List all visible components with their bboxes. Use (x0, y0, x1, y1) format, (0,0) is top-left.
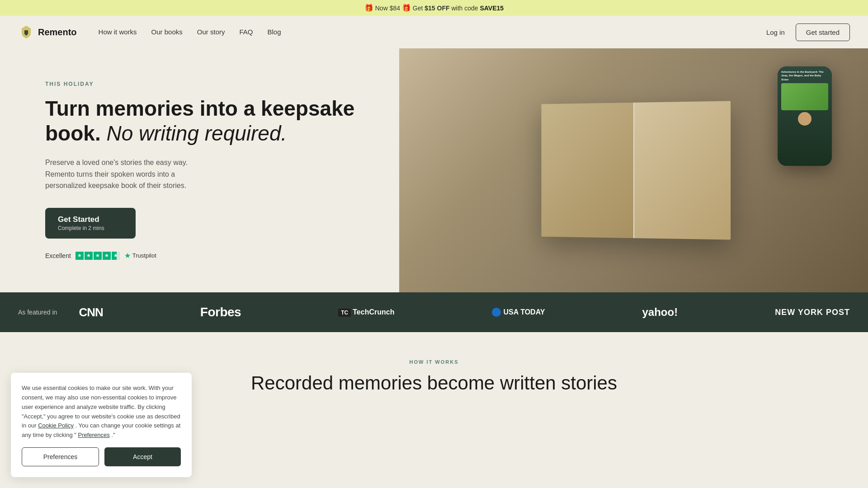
book-page-left (541, 103, 634, 238)
logo-techcrunch: TCTechCrunch (338, 308, 394, 316)
nav-faq[interactable]: FAQ (239, 28, 253, 36)
logo-text: Remento (38, 27, 77, 38)
nav-links: How it works Our books Our story FAQ Blo… (99, 28, 766, 36)
cookie-text: We use essential cookies to make our sit… (22, 384, 181, 404)
trustpilot-brand: Trustpilot (132, 252, 156, 259)
announcement-price: Now $84 (375, 5, 400, 12)
featured-label: As featured in (18, 309, 57, 316)
announcement-code-label: with code (451, 5, 478, 12)
trustpilot-star-icon: ★ (124, 251, 131, 260)
phone-screen-image (781, 83, 828, 110)
hero-section: THIS HOLIDAY Turn memories into a keepsa… (0, 48, 868, 292)
nav-how-it-works[interactable]: How it works (99, 28, 137, 36)
nav-our-story[interactable]: Our story (197, 28, 225, 36)
cookie-text-main: We use essential cookies to make our sit… (22, 385, 180, 404)
announcement-discount: $15 OFF (425, 5, 449, 12)
nav-right: Log in Get started (766, 23, 850, 41)
cta-sublabel: Complete in 2 mins (58, 225, 123, 231)
star-2: ★ (85, 252, 93, 260)
hero-tag: THIS HOLIDAY (45, 81, 372, 87)
phone-overlay: Adventures in the Backyard: The Jeep, th… (778, 66, 832, 166)
logo-usatoday: USA TODAY (492, 308, 545, 317)
hero-title: Turn memories into a keepsake book. No w… (45, 96, 372, 146)
logo-nypost: NEW YORK POST (775, 308, 850, 317)
cta-label: Get Started (58, 215, 123, 224)
get-started-nav-button[interactable]: Get started (796, 23, 850, 41)
star-4: ★ (103, 252, 111, 260)
trustpilot-stars: ★ ★ ★ ★ ★ (75, 252, 120, 260)
hero-image: Adventures in the Backyard: The Jeep, th… (399, 48, 868, 292)
how-it-works-tag: HOW IT WORKS (45, 359, 823, 365)
logo-link[interactable]: Remento (18, 24, 77, 40)
star-3: ★ (94, 252, 102, 260)
book-visual: Adventures in the Backyard: The Jeep, th… (399, 48, 868, 292)
announcement-get: Get (413, 5, 423, 12)
hero-description: Preserve a loved one's stories the easy … (45, 157, 217, 192)
usatoday-circle-icon (492, 308, 501, 317)
phone-screen-avatar (798, 112, 811, 126)
star-1: ★ (75, 252, 84, 260)
logo-icon (18, 24, 34, 40)
cookie-banner: We use essential cookies to make our sit… (11, 373, 192, 404)
gift-icon-right: 🎁 (402, 4, 411, 12)
book-page-right (634, 101, 731, 239)
trustpilot-badge: Excellent ★ ★ ★ ★ ★ ★ Trustpilot (45, 251, 372, 260)
phone-screen-title: Adventures in the Backyard: The Jeep, th… (781, 70, 828, 81)
trustpilot-label: Excellent (45, 252, 71, 259)
announcement-bar: 🎁 Now $84 🎁 Get $15 OFF with code SAVE15 (0, 0, 868, 16)
hero-title-italic: No writing required. (106, 122, 287, 145)
logo-forbes: Forbes (200, 305, 241, 319)
logo-yahoo: yahoo! (642, 306, 678, 319)
trustpilot-logo: ★ Trustpilot (124, 251, 156, 260)
get-started-hero-button[interactable]: Get Started Complete in 2 mins (45, 208, 136, 239)
announcement-code: SAVE15 (480, 5, 504, 12)
hero-content: THIS HOLIDAY Turn memories into a keepsa… (0, 48, 399, 292)
login-button[interactable]: Log in (766, 28, 785, 36)
navbar: Remento How it works Our books Our story… (0, 16, 868, 48)
hero-image-placeholder: Adventures in the Backyard: The Jeep, th… (399, 48, 868, 292)
featured-logos: CNN Forbes TCTechCrunch USA TODAY yahoo!… (79, 305, 850, 319)
phone-screen: Adventures in the Backyard: The Jeep, th… (778, 66, 832, 166)
logo-cnn: CNN (79, 305, 103, 319)
nav-our-books[interactable]: Our books (151, 28, 183, 36)
featured-bar: As featured in CNN Forbes TCTechCrunch U… (0, 292, 868, 332)
nav-blog[interactable]: Blog (268, 28, 281, 36)
book-spread (541, 101, 731, 239)
gift-icon-left: 🎁 (364, 4, 373, 12)
star-5: ★ (112, 252, 120, 260)
